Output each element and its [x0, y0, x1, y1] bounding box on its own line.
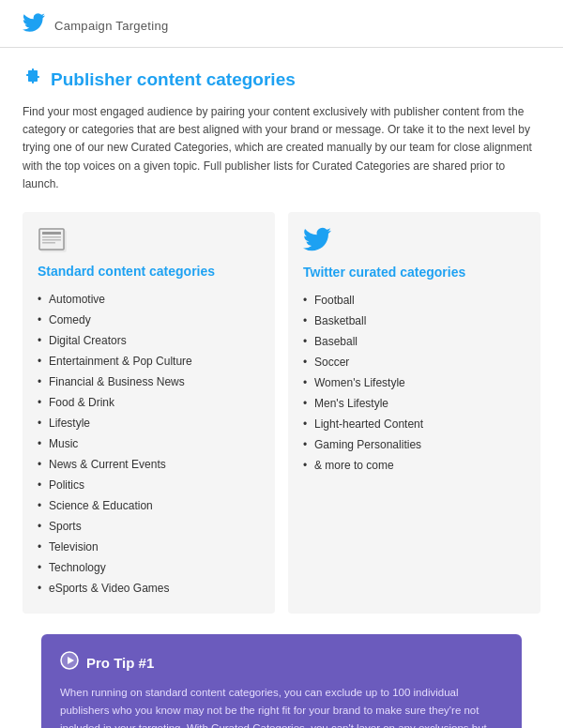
- twitter-curated-card: Twitter curated categories Football Bask…: [288, 212, 540, 614]
- list-item: Men's Lifestyle: [303, 393, 525, 414]
- list-item: Light-hearted Content: [303, 414, 525, 434]
- twitter-bird-icon: [303, 227, 525, 256]
- section-title: Publisher content categories: [51, 69, 296, 90]
- svg-rect-6: [42, 232, 61, 235]
- list-item: Lifestyle: [38, 413, 260, 433]
- standard-card-title: Standard content categories: [38, 263, 260, 280]
- newspaper-icon: [38, 227, 71, 255]
- list-item: Sports: [38, 516, 260, 537]
- standard-content-card: Standard content categories Automotive C…: [23, 212, 275, 614]
- cards-row: Standard content categories Automotive C…: [23, 212, 540, 614]
- list-item: Automotive: [38, 289, 260, 310]
- list-item: Gaming Personalities: [303, 434, 525, 455]
- list-item: Financial & Business News: [38, 372, 260, 392]
- header-title: Campaign Targeting: [54, 19, 169, 33]
- list-item: Soccer: [303, 352, 525, 372]
- svg-rect-8: [42, 239, 61, 241]
- pro-tip-text: When running on standard content categor…: [60, 684, 503, 728]
- svg-rect-7: [42, 236, 61, 238]
- list-item: Football: [303, 290, 525, 311]
- pro-tip-box: Pro Tip #1 When running on standard cont…: [41, 634, 522, 728]
- list-item: Baseball: [303, 331, 525, 352]
- list-item: Science & Education: [38, 495, 260, 516]
- standard-card-list: Automotive Comedy Digital Creators Enter…: [38, 289, 260, 599]
- page-header: Campaign Targeting: [0, 0, 563, 48]
- list-item: & more to come: [303, 455, 525, 476]
- list-item: Comedy: [38, 310, 260, 330]
- list-item: Music: [38, 433, 260, 454]
- list-item: eSports & Video Games: [38, 578, 260, 599]
- play-icon: [60, 651, 79, 675]
- list-item: Digital Creators: [38, 330, 260, 351]
- main-content: Publisher content categories Find your m…: [0, 48, 563, 728]
- section-description: Find your most engaged audience by pairi…: [23, 103, 540, 193]
- list-item: Entertainment & Pop Culture: [38, 351, 260, 372]
- svg-rect-9: [42, 242, 55, 244]
- list-item: News & Current Events: [38, 454, 260, 475]
- pro-tip-header: Pro Tip #1: [60, 651, 503, 675]
- list-item: Politics: [38, 475, 260, 495]
- twitter-logo-icon: [23, 13, 45, 38]
- list-item: Technology: [38, 557, 260, 578]
- twitter-card-title: Twitter curated categories: [303, 264, 525, 281]
- section-title-row: Publisher content categories: [23, 67, 540, 92]
- pro-tip-label: Pro Tip #1: [86, 655, 154, 671]
- list-item: Women's Lifestyle: [303, 372, 525, 393]
- list-item: Basketball: [303, 311, 525, 331]
- puzzle-icon: [23, 67, 43, 92]
- twitter-card-list: Football Basketball Baseball Soccer Wome…: [303, 290, 525, 476]
- list-item: Food & Drink: [38, 392, 260, 413]
- list-item: Television: [38, 537, 260, 557]
